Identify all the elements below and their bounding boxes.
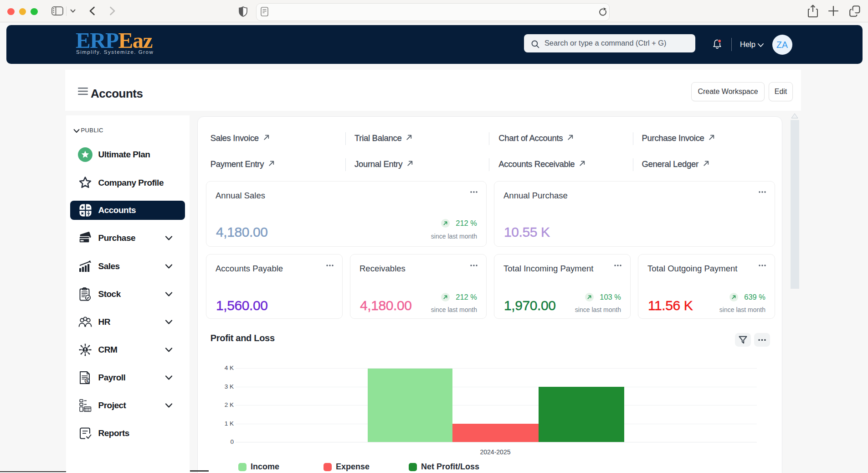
svg-text:$: $ bbox=[86, 379, 88, 383]
